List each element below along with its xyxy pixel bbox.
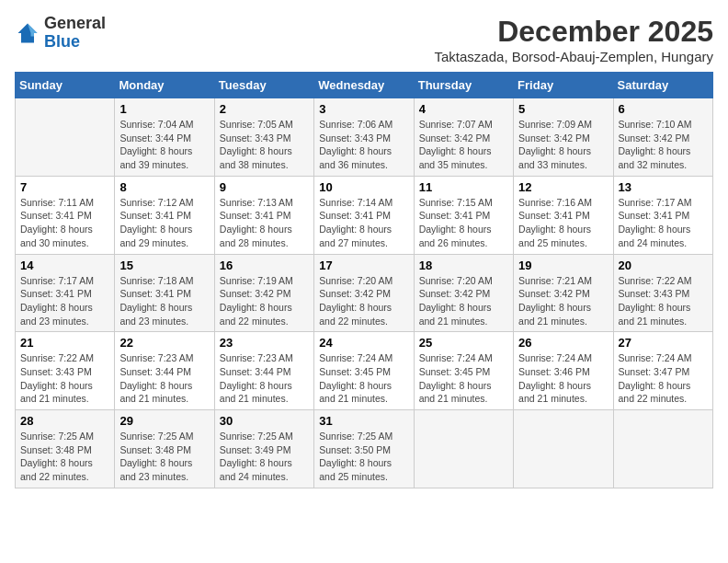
logo-blue-text: Blue xyxy=(44,32,80,51)
calendar-cell: 26Sunrise: 7:24 AMSunset: 3:46 PMDayligh… xyxy=(514,332,613,410)
calendar-cell: 19Sunrise: 7:21 AMSunset: 3:42 PMDayligh… xyxy=(514,254,613,332)
day-sun-info: Sunrise: 7:14 AMSunset: 3:41 PMDaylight:… xyxy=(319,196,408,250)
calendar-cell: 2Sunrise: 7:05 AMSunset: 3:43 PMDaylight… xyxy=(214,98,313,177)
day-number: 27 xyxy=(619,336,708,350)
day-sun-info: Sunrise: 7:22 AMSunset: 3:43 PMDaylight:… xyxy=(619,274,708,328)
day-number: 21 xyxy=(20,336,109,350)
day-sun-info: Sunrise: 7:07 AMSunset: 3:42 PMDaylight:… xyxy=(419,118,508,172)
calendar-cell: 24Sunrise: 7:24 AMSunset: 3:45 PMDayligh… xyxy=(314,332,414,410)
month-year-title: December 2025 xyxy=(435,15,714,49)
day-number: 31 xyxy=(319,414,408,428)
calendar-cell: 22Sunrise: 7:23 AMSunset: 3:44 PMDayligh… xyxy=(115,332,214,410)
day-number: 25 xyxy=(419,336,508,350)
column-header-tuesday: Tuesday xyxy=(214,73,313,98)
calendar-cell: 16Sunrise: 7:19 AMSunset: 3:42 PMDayligh… xyxy=(214,254,313,332)
logo-icon xyxy=(15,20,40,46)
day-sun-info: Sunrise: 7:11 AMSunset: 3:41 PMDaylight:… xyxy=(20,196,109,250)
day-sun-info: Sunrise: 7:19 AMSunset: 3:42 PMDaylight:… xyxy=(220,274,309,328)
calendar-header-row: SundayMondayTuesdayWednesdayThursdayFrid… xyxy=(16,73,713,98)
day-sun-info: Sunrise: 7:10 AMSunset: 3:42 PMDaylight:… xyxy=(619,118,708,172)
day-number: 13 xyxy=(619,180,708,194)
calendar-cell: 31Sunrise: 7:25 AMSunset: 3:50 PMDayligh… xyxy=(314,410,414,488)
day-sun-info: Sunrise: 7:15 AMSunset: 3:41 PMDaylight:… xyxy=(419,196,508,250)
calendar-cell: 13Sunrise: 7:17 AMSunset: 3:41 PMDayligh… xyxy=(613,176,712,254)
column-header-friday: Friday xyxy=(514,73,613,98)
calendar-cell: 23Sunrise: 7:23 AMSunset: 3:44 PMDayligh… xyxy=(214,332,313,410)
day-sun-info: Sunrise: 7:06 AMSunset: 3:43 PMDaylight:… xyxy=(319,118,408,172)
calendar-cell xyxy=(414,410,513,488)
calendar-cell: 4Sunrise: 7:07 AMSunset: 3:42 PMDaylight… xyxy=(414,98,513,177)
calendar-cell: 28Sunrise: 7:25 AMSunset: 3:48 PMDayligh… xyxy=(16,410,115,488)
calendar-cell: 5Sunrise: 7:09 AMSunset: 3:42 PMDaylight… xyxy=(514,98,613,177)
column-header-wednesday: Wednesday xyxy=(314,73,414,98)
calendar-cell: 15Sunrise: 7:18 AMSunset: 3:41 PMDayligh… xyxy=(115,254,214,332)
day-sun-info: Sunrise: 7:12 AMSunset: 3:41 PMDaylight:… xyxy=(119,196,209,250)
day-sun-info: Sunrise: 7:17 AMSunset: 3:41 PMDaylight:… xyxy=(20,274,109,328)
day-number: 30 xyxy=(220,414,309,428)
day-sun-info: Sunrise: 7:04 AMSunset: 3:44 PMDaylight:… xyxy=(119,118,209,172)
day-sun-info: Sunrise: 7:13 AMSunset: 3:41 PMDaylight:… xyxy=(220,196,309,250)
calendar-cell: 10Sunrise: 7:14 AMSunset: 3:41 PMDayligh… xyxy=(314,176,414,254)
calendar-cell: 8Sunrise: 7:12 AMSunset: 3:41 PMDaylight… xyxy=(115,176,214,254)
day-sun-info: Sunrise: 7:22 AMSunset: 3:43 PMDaylight:… xyxy=(20,351,109,406)
day-number: 5 xyxy=(518,102,608,116)
day-number: 4 xyxy=(419,102,508,116)
calendar-cell: 25Sunrise: 7:24 AMSunset: 3:45 PMDayligh… xyxy=(414,332,513,410)
day-number: 11 xyxy=(419,180,508,194)
day-number: 23 xyxy=(220,336,309,350)
calendar-week-row: 1Sunrise: 7:04 AMSunset: 3:44 PMDaylight… xyxy=(16,98,713,177)
day-sun-info: Sunrise: 7:17 AMSunset: 3:41 PMDaylight:… xyxy=(619,196,708,250)
day-number: 24 xyxy=(319,336,408,350)
calendar-table: SundayMondayTuesdayWednesdayThursdayFrid… xyxy=(15,72,713,488)
calendar-week-row: 21Sunrise: 7:22 AMSunset: 3:43 PMDayligh… xyxy=(16,332,713,410)
calendar-cell: 7Sunrise: 7:11 AMSunset: 3:41 PMDaylight… xyxy=(16,176,115,254)
day-number: 14 xyxy=(20,259,109,272)
day-number: 9 xyxy=(220,180,309,194)
day-number: 2 xyxy=(220,102,309,116)
day-sun-info: Sunrise: 7:25 AMSunset: 3:48 PMDaylight:… xyxy=(20,430,109,484)
logo-general-text: General xyxy=(44,14,106,32)
page-header: General Blue December 2025 Taktaszada, B… xyxy=(15,15,713,64)
calendar-cell: 17Sunrise: 7:20 AMSunset: 3:42 PMDayligh… xyxy=(314,254,414,332)
day-number: 10 xyxy=(319,180,408,194)
title-area: December 2025 Taktaszada, Borsod-Abauj-Z… xyxy=(435,15,714,64)
calendar-cell: 14Sunrise: 7:17 AMSunset: 3:41 PMDayligh… xyxy=(16,254,115,332)
calendar-cell: 30Sunrise: 7:25 AMSunset: 3:49 PMDayligh… xyxy=(214,410,313,488)
day-number: 19 xyxy=(518,259,608,272)
calendar-week-row: 28Sunrise: 7:25 AMSunset: 3:48 PMDayligh… xyxy=(16,410,713,488)
day-sun-info: Sunrise: 7:25 AMSunset: 3:50 PMDaylight:… xyxy=(319,430,408,484)
calendar-cell xyxy=(613,410,712,488)
day-sun-info: Sunrise: 7:25 AMSunset: 3:49 PMDaylight:… xyxy=(220,430,309,484)
calendar-cell xyxy=(16,98,115,177)
calendar-cell: 3Sunrise: 7:06 AMSunset: 3:43 PMDaylight… xyxy=(314,98,414,177)
day-sun-info: Sunrise: 7:18 AMSunset: 3:41 PMDaylight:… xyxy=(119,274,209,328)
column-header-monday: Monday xyxy=(115,73,214,98)
location-subtitle: Taktaszada, Borsod-Abauj-Zemplen, Hungar… xyxy=(435,49,714,64)
day-sun-info: Sunrise: 7:16 AMSunset: 3:41 PMDaylight:… xyxy=(518,196,608,250)
day-sun-info: Sunrise: 7:09 AMSunset: 3:42 PMDaylight:… xyxy=(518,118,608,172)
day-sun-info: Sunrise: 7:21 AMSunset: 3:42 PMDaylight:… xyxy=(518,274,608,328)
day-sun-info: Sunrise: 7:24 AMSunset: 3:45 PMDaylight:… xyxy=(319,351,408,406)
calendar-cell: 18Sunrise: 7:20 AMSunset: 3:42 PMDayligh… xyxy=(414,254,513,332)
day-sun-info: Sunrise: 7:24 AMSunset: 3:47 PMDaylight:… xyxy=(619,351,708,406)
day-sun-info: Sunrise: 7:23 AMSunset: 3:44 PMDaylight:… xyxy=(220,351,309,406)
day-number: 18 xyxy=(419,259,508,272)
column-header-thursday: Thursday xyxy=(414,73,513,98)
day-sun-info: Sunrise: 7:24 AMSunset: 3:46 PMDaylight:… xyxy=(518,351,608,406)
column-header-saturday: Saturday xyxy=(613,73,712,98)
day-number: 20 xyxy=(619,259,708,272)
calendar-cell: 1Sunrise: 7:04 AMSunset: 3:44 PMDaylight… xyxy=(115,98,214,177)
calendar-cell: 20Sunrise: 7:22 AMSunset: 3:43 PMDayligh… xyxy=(613,254,712,332)
day-number: 7 xyxy=(20,180,109,194)
day-number: 6 xyxy=(619,102,708,116)
day-number: 15 xyxy=(119,259,209,272)
day-number: 1 xyxy=(119,102,209,116)
column-header-sunday: Sunday xyxy=(16,73,115,98)
day-number: 12 xyxy=(518,180,608,194)
day-number: 17 xyxy=(319,259,408,272)
day-sun-info: Sunrise: 7:24 AMSunset: 3:45 PMDaylight:… xyxy=(419,351,508,406)
logo: General Blue xyxy=(15,15,106,52)
day-sun-info: Sunrise: 7:25 AMSunset: 3:48 PMDaylight:… xyxy=(119,430,209,484)
day-sun-info: Sunrise: 7:20 AMSunset: 3:42 PMDaylight:… xyxy=(319,274,408,328)
calendar-cell: 11Sunrise: 7:15 AMSunset: 3:41 PMDayligh… xyxy=(414,176,513,254)
